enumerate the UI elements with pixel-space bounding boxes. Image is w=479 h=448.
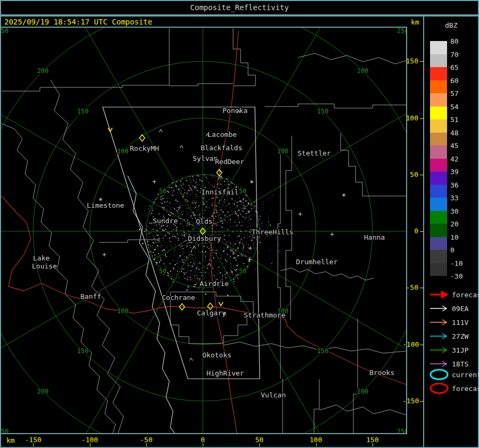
asterisk-marker-icon: * [98, 196, 103, 205]
radial-line [58, 231, 203, 433]
colorbar-block-20 [430, 224, 447, 237]
precip-pixel [270, 224, 271, 226]
caret-marker-icon [159, 129, 162, 132]
ring-distance-label: 150 [77, 347, 89, 355]
chevron-down-icon [108, 128, 112, 132]
colorbar-label: 65 [450, 63, 472, 71]
boundary-line [319, 405, 406, 415]
colorbar-label: 33 [450, 194, 472, 202]
boundary-line [2, 124, 115, 433]
boundary-line [99, 240, 160, 242]
colorbar-label: 51 [450, 116, 472, 124]
ring-distance-label: 150 [317, 347, 329, 355]
legend-label: 27ZW [452, 332, 468, 340]
bottom-axis-tick [33, 443, 34, 446]
range-ring-200km [1, 28, 406, 433]
legend-label: current [452, 371, 479, 379]
boundary-line [265, 104, 406, 108]
right-axis-tick [420, 175, 424, 175]
colorbar-label: 36 [450, 181, 472, 189]
city-label-blackfalds: Blackfalds [201, 144, 242, 152]
window-titlebar: Composite_Reflectivity [0, 0, 479, 15]
right-axis-tick [420, 231, 424, 232]
colorbar-block-48 [430, 133, 447, 146]
bottom-axis-tick [146, 443, 147, 446]
colorbar-title: dBZ [445, 21, 457, 29]
radial-line [203, 231, 406, 377]
colorbar-label: 57 [450, 89, 472, 97]
colorbar-label: 30 [450, 207, 472, 215]
city-label-rockymh: RockyMH [130, 144, 159, 152]
asterisk-marker-icon: * [250, 178, 254, 187]
ring-distance-label: 150 [317, 108, 329, 115]
ring-distance-label: 100 [117, 148, 129, 155]
city-label-threehills: ThreeHills [252, 228, 293, 236]
bottom-axis-tick [203, 443, 203, 446]
colorbar-block-54 [430, 107, 447, 120]
radial-line [203, 28, 348, 231]
legend-item-31JP: 31JP [429, 346, 451, 357]
right-axis-tick-label: 50 [402, 170, 418, 178]
bottom-axis-tick [90, 443, 90, 446]
legend-item-forecast: forecast [429, 382, 451, 394]
colorbar-label: 70 [450, 51, 472, 59]
colorbar-block-57 [430, 93, 447, 107]
legend-item-111V: 111V [429, 318, 451, 330]
legend-label: 18TS [452, 360, 468, 368]
colorbar-label: 42 [450, 155, 472, 163]
city-label-olds: Olds [196, 217, 212, 225]
legend-item-forecast: forecast [429, 290, 451, 302]
boundary-line [341, 133, 406, 196]
colorbar-block-30 [430, 211, 447, 224]
colorbar-block-70 [430, 54, 447, 68]
ring-distance-label: 50 [239, 267, 246, 275]
city-label-airdrie: Airdrie [200, 280, 229, 288]
right-axis-tick-label: -150 [402, 397, 418, 405]
colorbar-block-45 [430, 145, 447, 159]
chevron-down-icon [219, 302, 223, 306]
colorbar-label: 60 [450, 77, 472, 85]
legend-label: 31JP [452, 346, 468, 354]
panel-divider [423, 15, 424, 448]
colorbar-block-60 [430, 80, 447, 94]
range-ring-250km [1, 28, 406, 433]
right-axis-tick [420, 118, 424, 119]
city-label-banff: Banff [80, 292, 101, 300]
colorbar-block-80 [430, 41, 447, 54]
plus-marker-icon [331, 233, 334, 237]
ring-distance-label: 250 [1, 428, 9, 433]
caret-marker-icon [189, 358, 193, 361]
forecast-ellipse-icon [429, 382, 451, 394]
timestamp-label: 2025/09/19 18:54:17 UTC Composite [4, 18, 152, 26]
ring-distance-label: 50 [159, 188, 167, 195]
boundary-line [51, 80, 123, 433]
plus-marker-icon [103, 253, 106, 257]
ring-distance-label: 200 [37, 67, 49, 75]
colorbar-block-51 [430, 119, 447, 133]
city-label-innisfail: Innisfail [201, 188, 238, 196]
km-unit-bottom-label: km [6, 436, 15, 444]
legend-item-09EA: 09EA [429, 304, 451, 316]
city-label-louise: Louise [32, 262, 57, 270]
09EA-arrow-icon [429, 304, 451, 316]
city-label-cochrane: Cochrane [162, 294, 195, 302]
city-label-stettler: Stettler [298, 149, 331, 157]
city-label-didsbury: Didsbury [188, 234, 221, 242]
colorbar-label: 45 [450, 142, 472, 150]
city-label-hanna: Hanna [364, 233, 385, 241]
ring-distance-label: 200 [37, 388, 49, 395]
boundary-line [224, 342, 406, 353]
city-label-strathmore: Strathmore [244, 311, 285, 319]
plus-marker-icon [153, 180, 156, 184]
111V-arrow-icon [429, 318, 451, 330]
colorbar-block-65 [430, 67, 447, 80]
right-axis-tick [420, 401, 424, 402]
colorbar-label: 80 [450, 37, 472, 45]
radar-map-viewport[interactable]: 5050505010010010010015015015015020020020… [1, 28, 406, 433]
city-label-lacombe: Lacombe [208, 131, 237, 139]
divide-boundary-line [128, 176, 175, 433]
colorbar-label: -30 [450, 272, 472, 280]
boundary-line [278, 148, 280, 379]
colorbar-block-0 [430, 250, 447, 263]
27ZW-arrow-icon [429, 332, 451, 344]
